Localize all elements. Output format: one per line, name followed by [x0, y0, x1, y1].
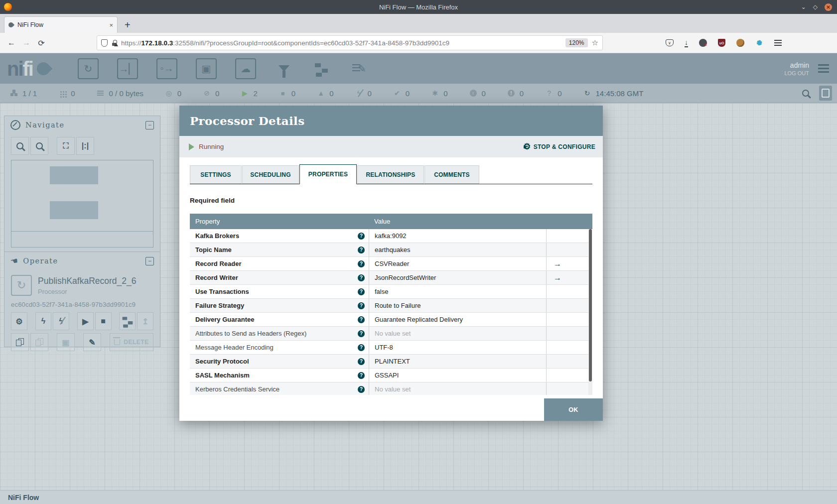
stop-and-configure-button[interactable]: ⚙ STOP & CONFIGURE: [523, 142, 595, 151]
tracking-shield-icon[interactable]: [101, 39, 108, 47]
global-menu-icon[interactable]: [818, 64, 829, 66]
group-button[interactable]: ▣: [57, 333, 75, 351]
property-row[interactable]: Kerberos Credentials Service?No value se…: [190, 382, 592, 395]
lock-warning-icon[interactable]: [112, 40, 117, 46]
property-row[interactable]: Use Transactions?false: [190, 285, 592, 299]
logout-link[interactable]: LOG OUT: [784, 70, 809, 76]
property-row[interactable]: Message Header Encoding?UTF-8: [190, 341, 592, 355]
output-port-component-icon[interactable]: ◦→: [156, 58, 177, 79]
paste-button[interactable]: [30, 333, 48, 351]
property-value[interactable]: Guarantee Replicated Delivery: [369, 313, 546, 326]
tab-relationships[interactable]: RELATIONSHIPS: [357, 165, 424, 184]
help-icon[interactable]: ?: [358, 330, 365, 337]
ok-button[interactable]: OK: [544, 398, 603, 421]
property-value[interactable]: kafka:9092: [369, 229, 546, 243]
property-value[interactable]: PLAINTEXT: [369, 355, 546, 368]
change-color-button[interactable]: ✎: [83, 333, 101, 351]
disable-button[interactable]: ϟ: [53, 312, 69, 330]
input-port-component-icon[interactable]: →▏: [117, 58, 138, 79]
zoom-actual-button[interactable]: |:|: [76, 137, 94, 155]
property-value[interactable]: UTF-8: [369, 341, 546, 354]
property-value[interactable]: GSSAPI: [369, 369, 546, 382]
new-tab-button[interactable]: +: [125, 19, 131, 33]
help-icon[interactable]: ?: [358, 260, 365, 267]
tab-properties[interactable]: PROPERTIES: [299, 164, 357, 184]
property-row[interactable]: Attributes to Send as Headers (Regex)?No…: [190, 327, 592, 341]
breadcrumb[interactable]: NiFi Flow: [0, 490, 837, 504]
configure-button[interactable]: ⚙: [11, 312, 27, 330]
property-value[interactable]: false: [369, 285, 546, 298]
copy-button[interactable]: [11, 333, 29, 351]
start-button[interactable]: ▶: [77, 312, 94, 330]
label-component-icon[interactable]: [349, 59, 368, 78]
zoom-level-badge[interactable]: 120%: [565, 38, 588, 47]
property-row[interactable]: Kafka Brokers?kafka:9092: [190, 229, 592, 243]
minimize-icon[interactable]: ⌄: [801, 4, 806, 10]
property-row[interactable]: Record Reader?CSVReader→: [190, 257, 592, 271]
zoom-out-button[interactable]: [30, 137, 48, 155]
reload-button[interactable]: ⟳: [34, 38, 49, 48]
scrollbar-thumb[interactable]: [589, 229, 592, 381]
help-icon[interactable]: ?: [358, 302, 365, 309]
property-value[interactable]: No value set: [369, 382, 546, 395]
goto-service-icon[interactable]: →: [554, 274, 561, 282]
funnel-component-icon[interactable]: [275, 59, 293, 78]
breadcrumb-root[interactable]: NiFi Flow: [8, 494, 39, 502]
process-group-component-icon[interactable]: ▣: [196, 58, 217, 79]
collapse-operate-icon[interactable]: −: [145, 257, 154, 265]
enable-button[interactable]: ϟ: [35, 312, 52, 330]
table-scrollbar[interactable]: [588, 229, 592, 395]
property-value[interactable]: earthquakes: [369, 243, 546, 256]
help-icon[interactable]: ?: [358, 233, 365, 240]
property-row[interactable]: Delivery Guarantee?Guarantee Replicated …: [190, 313, 592, 327]
bookmark-star-icon[interactable]: ☆: [592, 38, 598, 47]
close-icon[interactable]: ✕: [825, 3, 832, 11]
forward-button[interactable]: →: [19, 38, 34, 47]
property-row[interactable]: SASL Mechanism?GSSAPI: [190, 369, 592, 382]
goto-service-icon[interactable]: →: [554, 260, 561, 268]
stop-button[interactable]: ■: [95, 312, 112, 330]
flow-settings-icon[interactable]: [819, 86, 832, 101]
help-icon[interactable]: ?: [358, 247, 365, 253]
pocket-icon[interactable]: ∨: [666, 39, 674, 46]
tab-scheduling[interactable]: SCHEDULING: [242, 165, 299, 184]
zoom-in-button[interactable]: [11, 137, 29, 155]
zoom-fit-button[interactable]: ⛶: [57, 137, 75, 155]
property-value[interactable]: No value set: [369, 327, 546, 340]
property-row[interactable]: Record Writer?JsonRecordSetWriter→: [190, 271, 592, 285]
remote-process-group-component-icon[interactable]: ☁: [235, 58, 256, 79]
property-value[interactable]: JsonRecordSetWriter: [369, 271, 546, 284]
property-row[interactable]: Failure Strategy?Route to Failure: [190, 299, 592, 313]
extension-privacy-icon[interactable]: x: [699, 39, 707, 47]
extension-cookie-icon[interactable]: [736, 39, 744, 47]
refresh-icon[interactable]: ↻: [583, 89, 591, 97]
browser-tab[interactable]: NiFi Flow ×: [4, 16, 118, 33]
help-icon[interactable]: ?: [358, 316, 365, 323]
tab-settings[interactable]: SETTINGS: [190, 165, 242, 184]
property-row[interactable]: Security Protocol?PLAINTEXT: [190, 355, 592, 369]
create-template-button[interactable]: [119, 312, 136, 330]
back-button[interactable]: ←: [4, 38, 19, 47]
url-text[interactable]: https://172.18.0.3:32558/nifi/?processGr…: [121, 39, 561, 47]
search-icon[interactable]: [802, 90, 809, 97]
delete-button[interactable]: DELETE: [110, 333, 153, 351]
extension-ublock-icon[interactable]: uO: [718, 39, 725, 47]
extension-colorful-icon[interactable]: ✱✱: [755, 39, 763, 47]
help-icon[interactable]: ?: [358, 358, 365, 365]
upload-template-button[interactable]: ↥: [137, 312, 153, 330]
menu-icon[interactable]: [774, 40, 782, 41]
property-row[interactable]: Topic Name?earthquakes: [190, 243, 592, 257]
maximize-icon[interactable]: ◇: [813, 4, 818, 10]
property-value[interactable]: Route to Failure: [369, 299, 546, 312]
help-icon[interactable]: ?: [358, 372, 365, 379]
template-component-icon[interactable]: [312, 59, 331, 78]
collapse-navigate-icon[interactable]: −: [145, 121, 154, 129]
tab-close-icon[interactable]: ×: [109, 21, 113, 29]
tab-comments[interactable]: COMMENTS: [424, 165, 479, 184]
url-bar[interactable]: https://172.18.0.3:32558/nifi/?processGr…: [97, 35, 603, 50]
help-icon[interactable]: ?: [358, 344, 365, 351]
help-icon[interactable]: ?: [358, 288, 365, 295]
help-icon[interactable]: ?: [358, 274, 365, 281]
property-value[interactable]: CSVReader: [369, 257, 546, 270]
processor-component-icon[interactable]: ↻: [78, 58, 99, 79]
